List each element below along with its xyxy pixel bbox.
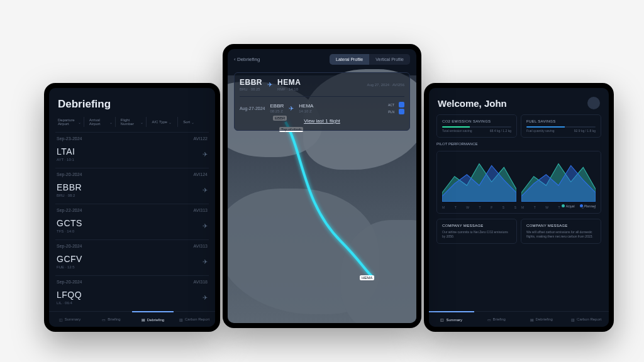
briefing-icon: ▭ xyxy=(102,317,106,322)
tab-carbon[interactable]: ▥Carbon Report xyxy=(564,312,609,327)
welcome-title: Welcome, John xyxy=(438,98,507,109)
list-item[interactable]: GCTSTFS · 14:0✈ xyxy=(55,214,209,239)
avatar[interactable] xyxy=(587,97,600,109)
list-date: Sep-20-2024AVI318 xyxy=(55,275,209,286)
filter-bar: Departure Airport⌄ Arrival Airport⌄ Flig… xyxy=(49,114,215,132)
chevron-down-icon: ⌄ xyxy=(78,120,81,124)
checkbox-act[interactable] xyxy=(399,102,404,107)
list-item[interactable]: GCFVFUE · 12:5✈ xyxy=(55,250,209,275)
to-code: HEMA xyxy=(277,78,301,87)
flight-list: Sep-23-2024AVI122 LTAIAYT · 10:1✈ Sep-20… xyxy=(49,132,215,322)
list-item[interactable]: EBBRBRU · 08:2✈ xyxy=(55,178,209,204)
checkbox-pln[interactable] xyxy=(399,109,404,114)
tab-lateral[interactable]: Lateral Profile xyxy=(330,54,369,65)
carbon-icon: ▥ xyxy=(571,317,575,322)
airplane-icon: ✈ xyxy=(203,187,208,194)
profile-tabs: Lateral Profile Vertical Profile xyxy=(330,54,410,65)
tab-debriefing[interactable]: ▤Debriefing xyxy=(132,311,174,327)
filter-ac-type[interactable]: A/C Type⌄ xyxy=(149,117,178,127)
tab-debriefing[interactable]: ▤Debriefing xyxy=(519,312,564,327)
waypoint-end: HEMA xyxy=(360,275,374,280)
debriefing-icon: ▤ xyxy=(142,317,145,322)
list-date: Sep-23-2024AVI122 xyxy=(55,132,209,143)
briefing-icon: ▭ xyxy=(487,317,491,322)
chevron-down-icon: ⌄ xyxy=(109,120,113,124)
carbon-icon: ▥ xyxy=(179,317,183,322)
debriefing-icon: ▤ xyxy=(530,317,534,322)
list-date: Sep-22-2024AVI313 xyxy=(55,204,209,214)
page-title: Debriefing xyxy=(58,98,206,111)
tab-briefing[interactable]: ▭Briefing xyxy=(91,312,132,327)
view-last-flight-link[interactable]: View last 1 flight xyxy=(240,118,404,124)
from-code: EBBR xyxy=(240,78,262,87)
filter-sort[interactable]: Sort⌄ xyxy=(180,117,209,127)
tile-fuel[interactable]: FUEL SAVINGS Fuel quantity saving92.9 kg… xyxy=(521,114,601,138)
list-date: Sep-20-2024AVI313 xyxy=(55,239,209,250)
filter-arrival[interactable]: Arrival Airport⌄ xyxy=(87,117,116,127)
chevron-down-icon: ⌄ xyxy=(169,120,172,124)
tab-summary[interactable]: ◫Summary xyxy=(49,312,91,327)
back-button[interactable]: ‹ Debriefing xyxy=(234,57,260,62)
flight-meta: Aug 27, 2024 · AVI256 xyxy=(367,83,404,87)
route-line xyxy=(278,116,379,279)
chevron-down-icon: ⌄ xyxy=(140,120,143,124)
tab-briefing[interactable]: ▭Briefing xyxy=(474,312,519,327)
tile-co2[interactable]: CO2 EMISSION SAVINGS Total emission savi… xyxy=(436,114,517,138)
list-date: Sep-20-2024AVI124 xyxy=(55,168,209,178)
debriefing-tablet: Debriefing Departure Airport⌄ Arrival Ai… xyxy=(44,83,220,332)
list-item[interactable]: LTAIAYT · 10:1✈ xyxy=(55,143,209,168)
summary-icon: ◫ xyxy=(440,317,444,322)
profile-tablet: EBBR Top of climb HEMA ‹ Debriefing Late… xyxy=(223,44,421,328)
airplane-icon: ✈ xyxy=(267,81,272,88)
bottom-nav: ◫Summary ▭Briefing ▤Debriefing ▥Carbon R… xyxy=(49,311,215,327)
dashboard-tablet: Welcome, John CO2 EMISSION SAVINGS Total… xyxy=(424,83,614,332)
airplane-icon: ✈ xyxy=(203,258,208,265)
company-message[interactable]: COMPANY MESSAGE Our airline commits to N… xyxy=(436,219,517,244)
tab-vertical[interactable]: Vertical Profile xyxy=(369,54,410,65)
filter-flight-number[interactable]: Flight Number⌄ xyxy=(118,117,147,127)
chart-left: MTWTFSS xyxy=(442,156,516,202)
airplane-icon: ✈ xyxy=(203,151,208,158)
performance-chart: MTWTFSS MTWTFSS Actual Planned xyxy=(436,151,601,214)
filter-departure[interactable]: Departure Airport⌄ xyxy=(55,117,84,127)
tab-summary[interactable]: ◫Summary xyxy=(429,311,474,327)
route-card: EBBRBRU · 08:25 ✈ HEMARMF · 14:10 Aug 27… xyxy=(234,72,410,131)
company-message[interactable]: COMPANY MESSAGE We will offset carbon em… xyxy=(521,219,601,244)
row-date: Aug-27-2024 xyxy=(240,106,265,111)
summary-icon: ◫ xyxy=(59,317,63,322)
bottom-nav: ◫Summary ▭Briefing ▤Debriefing ▥Carbon R… xyxy=(429,311,609,327)
tab-carbon[interactable]: ▥Carbon Report xyxy=(174,312,215,327)
airplane-icon: ✈ xyxy=(203,222,208,229)
list-item[interactable]: LFQQLIL · 06:4✈ xyxy=(55,286,209,311)
chevron-down-icon: ⌄ xyxy=(191,120,194,124)
chart-right: MTWTFSS xyxy=(521,156,596,202)
perf-title: PILOT PERFORMANCE xyxy=(436,142,601,146)
airplane-icon: ✈ xyxy=(289,105,294,112)
airplane-icon: ✈ xyxy=(203,294,208,301)
